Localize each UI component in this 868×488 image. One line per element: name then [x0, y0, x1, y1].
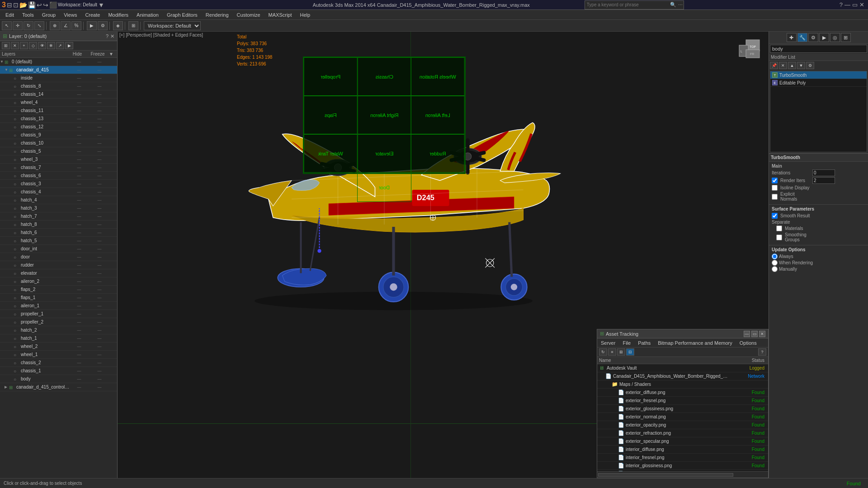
rp-create-icon[interactable]: ✚	[787, 33, 797, 42]
layer-freeze-toggle[interactable]: —	[88, 84, 111, 89]
new-layer-btn[interactable]: ⊞	[2, 42, 10, 49]
mod-configure-btn[interactable]: ⚙	[806, 62, 814, 69]
layer-item-wheel_2[interactable]: ○ wheel_2 — —	[0, 343, 117, 351]
layer-item-chassis_7[interactable]: ○ chassis_7 — —	[0, 164, 117, 172]
layer-item-aileron_1[interactable]: ○ aileron_1 — —	[0, 302, 117, 310]
layer-freeze-toggle[interactable]: —	[88, 369, 111, 373]
layer-hide-toggle[interactable]: —	[70, 377, 88, 381]
layer-hide-toggle[interactable]: —	[70, 108, 88, 113]
layer-hide-toggle[interactable]: —	[70, 60, 88, 64]
select-btn[interactable]: ↖	[2, 21, 12, 30]
layer-item-chassis_13[interactable]: ○ chassis_13 — —	[0, 115, 117, 123]
layer-item-body[interactable]: ○ body — —	[0, 375, 117, 383]
render-btn[interactable]: ▶	[87, 21, 97, 30]
asset-panel-restore-btn[interactable]: ▭	[751, 331, 758, 337]
layer-freeze-toggle[interactable]: —	[88, 92, 111, 97]
minimize-window-icon[interactable]: —	[844, 1, 850, 8]
menu-group[interactable]: Group	[38, 11, 60, 19]
ap-detail-btn[interactable]: ⊞	[617, 348, 625, 356]
render-setup-btn[interactable]: ⚙	[98, 21, 108, 30]
layer-hide-toggle[interactable]: —	[70, 222, 88, 227]
ap-item-int_glossiness[interactable]: 📄 interior_glossiness.png Found	[597, 462, 768, 470]
rp-hierarchy-icon[interactable]: ⚙	[808, 33, 818, 42]
ap-item-file[interactable]: 📄 Canadair_D415_Amphibious_Water_Bomber_…	[597, 372, 768, 380]
restore-window-icon[interactable]: ▭	[852, 1, 858, 8]
layer-freeze-toggle[interactable]: —	[88, 117, 111, 121]
layer-freeze-toggle[interactable]: —	[88, 165, 111, 170]
rotate-btn[interactable]: ↻	[24, 21, 33, 30]
ap-menu-paths[interactable]: Paths	[634, 339, 654, 347]
menu-animation[interactable]: Animation	[133, 11, 162, 19]
explicit-normals-checkbox[interactable]	[772, 194, 778, 200]
rp-utilities-icon[interactable]: ⊞	[841, 33, 851, 42]
layer-freeze-toggle[interactable]: —	[88, 361, 111, 365]
layer-freeze-toggle[interactable]: —	[88, 352, 111, 357]
layer-expand-icon[interactable]: ▼	[5, 68, 9, 72]
layer-item-hatch_3[interactable]: ○ hatch_3 — —	[0, 204, 117, 212]
undo-icon[interactable]: ↩	[37, 1, 42, 9]
render-iters-input[interactable]	[812, 177, 835, 184]
freeze-all-btn[interactable]: ❄	[47, 42, 55, 49]
layer-hide-toggle[interactable]: —	[70, 230, 88, 235]
search-input[interactable]	[585, 2, 669, 7]
schema-propeller[interactable]: Propeller	[304, 57, 358, 96]
ap-menu-file[interactable]: File	[619, 339, 634, 347]
layer-item-wheel_4[interactable]: ○ wheel_4 — —	[0, 99, 117, 107]
menu-views[interactable]: Views	[60, 11, 80, 19]
menu-maxscript[interactable]: MAXScript	[265, 11, 296, 19]
layer-hide-toggle[interactable]: —	[70, 352, 88, 357]
asset-panel-minimize-btn[interactable]: —	[744, 331, 750, 337]
layer-hide-toggle[interactable]: —	[70, 344, 88, 349]
layer-hide-toggle[interactable]: —	[70, 296, 88, 300]
mod-down-btn[interactable]: ▼	[797, 62, 805, 69]
layer-hide-toggle[interactable]: —	[70, 174, 88, 178]
layer-hide-toggle[interactable]: —	[70, 165, 88, 170]
layer-item-hatch_5[interactable]: ○ hatch_5 — —	[0, 237, 117, 245]
layer-hide-toggle[interactable]: —	[70, 312, 88, 316]
layer-item-chassis_2[interactable]: ○ chassis_2 — —	[0, 359, 117, 367]
screen-icon[interactable]: ⬛	[49, 1, 57, 9]
layer-freeze-toggle[interactable]: —	[88, 247, 111, 251]
layer-item-propeller_2[interactable]: ○ propeller_2 — —	[0, 318, 117, 326]
layer-item-chassis_9[interactable]: ○ chassis_9 — —	[0, 131, 117, 139]
ap-help-btn[interactable]: ?	[758, 348, 766, 356]
move-to-layer-btn[interactable]: ↗	[56, 42, 64, 49]
layer-hide-toggle[interactable]: —	[70, 182, 88, 186]
layer-item-flaps_1[interactable]: ○ flaps_1 — —	[0, 294, 117, 302]
layer-freeze-toggle[interactable]: —	[88, 263, 111, 267]
mod-up-btn[interactable]: ▲	[788, 62, 796, 69]
layer-item-chassis_4[interactable]: ○ chassis_4 — —	[0, 188, 117, 196]
mod-pin-btn[interactable]: 📌	[770, 62, 778, 69]
layer-hide-toggle[interactable]: —	[70, 214, 88, 219]
layer-item-flaps_2[interactable]: ○ flaps_2 — —	[0, 286, 117, 294]
layer-hide-toggle[interactable]: —	[70, 279, 88, 284]
layer-freeze-toggle[interactable]: —	[88, 385, 111, 389]
layer-hide-toggle[interactable]: —	[70, 304, 88, 308]
schema-elevator[interactable]: Elevator	[358, 134, 411, 173]
smooth-result-checkbox[interactable]	[772, 213, 778, 219]
asset-panel-close-btn[interactable]: ✕	[759, 331, 765, 337]
when-rendering-radio[interactable]	[772, 260, 778, 266]
ap-item-maps[interactable]: 📁 Maps / Shaders	[597, 380, 768, 389]
layer-hide-toggle[interactable]: —	[70, 149, 88, 154]
layer-hide-toggle[interactable]: —	[70, 263, 88, 267]
select-by-layer-btn[interactable]: ◇	[29, 42, 37, 49]
layer-freeze-toggle[interactable]: —	[88, 125, 111, 129]
percent-snap-btn[interactable]: %	[71, 21, 81, 30]
layer-item-chassis_6[interactable]: ○ chassis_6 — —	[0, 172, 117, 180]
layer-freeze-toggle[interactable]: —	[88, 296, 111, 300]
layer-freeze-toggle[interactable]: —	[88, 198, 111, 202]
layer-hide-toggle[interactable]: —	[70, 84, 88, 89]
mod-delete-btn[interactable]: ✕	[779, 62, 787, 69]
layer-freeze-toggle[interactable]: —	[88, 141, 111, 145]
layer-item-chassis_3[interactable]: ○ chassis_3 — —	[0, 180, 117, 188]
layer-item-canadair_ctrl[interactable]: ▶ ⊞ canadair_d_415_controllers — —	[0, 383, 117, 391]
layer-item-canadair[interactable]: ▼ ⊞ canadair_d_415 — —	[0, 66, 117, 74]
panel-question-icon[interactable]: ?	[106, 33, 108, 39]
schema-water-tank[interactable]: Water Tank	[304, 134, 358, 173]
layer-hide-toggle[interactable]: —	[70, 320, 88, 324]
layer-item-elevator[interactable]: ○ elevator — —	[0, 269, 117, 277]
layer-item-chassis_11[interactable]: ○ chassis_11 — —	[0, 107, 117, 115]
layer-hide-toggle[interactable]: —	[70, 385, 88, 389]
layer-freeze-toggle[interactable]: —	[88, 206, 111, 211]
